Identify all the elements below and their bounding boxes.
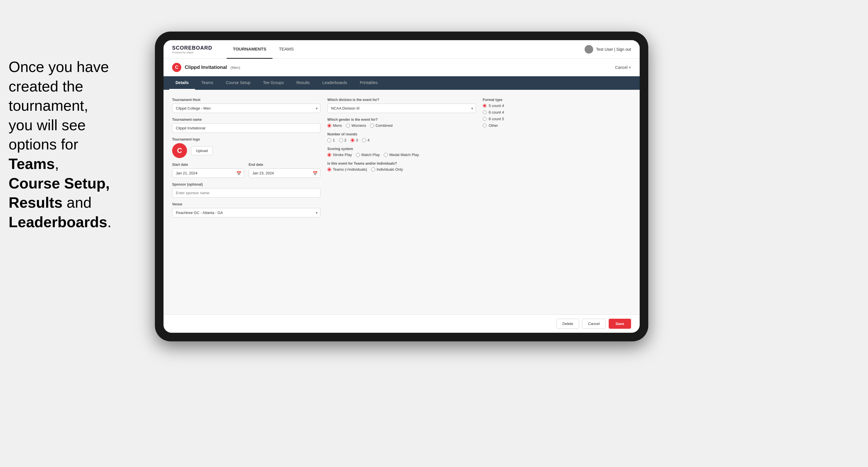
scoring-match[interactable]: Match Play: [356, 153, 380, 157]
start-date-label: Start date: [172, 163, 244, 167]
gender-group: Which gender is the event for? Mens Wome…: [327, 118, 475, 128]
tab-course-setup[interactable]: Course Setup: [219, 76, 257, 90]
round-3-radio[interactable]: [350, 138, 354, 142]
format-radio-group: 5 count 4 6 count 4 6 count 5: [483, 103, 631, 128]
format-group: Format type 5 count 4 6 count 4: [483, 98, 631, 128]
teams-with-individuals[interactable]: Teams (+Individuals): [327, 167, 367, 172]
format-6count5-label: 6 count 5: [489, 117, 504, 121]
end-date-label: End date: [249, 163, 321, 167]
teams-label: Is this event for Teams and/or Individua…: [327, 161, 475, 165]
tab-bar: Details Teams Course Setup Tee Groups Re…: [163, 76, 640, 90]
top-navigation: SCOREBOARD Powered by clippd TOURNAMENTS…: [163, 40, 640, 59]
round-1[interactable]: 1: [327, 138, 335, 142]
sponsor-group: Sponsor (optional): [172, 182, 320, 198]
tab-teams[interactable]: Teams: [195, 76, 219, 90]
tournament-host-select[interactable]: Clippd College - Men: [172, 103, 320, 113]
form-col-3: Format type 5 count 4 6 count 4: [483, 98, 631, 217]
gender-combined-label: Combined: [375, 123, 393, 128]
round-2[interactable]: 2: [339, 138, 346, 142]
tab-results[interactable]: Results: [290, 76, 316, 90]
tournament-header: C Clippd Invitational (Men) Cancel ×: [163, 59, 640, 76]
user-sign-out[interactable]: Test User | Sign out: [596, 47, 631, 52]
sponsor-input[interactable]: [172, 188, 320, 198]
round-4-label: 4: [368, 138, 369, 142]
tournament-logo-group: Tournament logo C Upload: [172, 137, 320, 158]
format-5count4-radio[interactable]: [483, 104, 487, 107]
format-5count4[interactable]: 5 count 4: [483, 103, 631, 108]
gender-womens[interactable]: Womens: [346, 123, 366, 128]
cancel-top-button[interactable]: Cancel ×: [615, 65, 631, 70]
tab-leaderboards[interactable]: Leaderboards: [316, 76, 353, 90]
tournament-name-input[interactable]: [172, 123, 320, 133]
delete-button[interactable]: Delete: [557, 319, 580, 329]
logo-text: SCOREBOARD: [172, 45, 212, 51]
rounds-label: Number of rounds: [327, 132, 475, 136]
nav-teams[interactable]: TEAMS: [273, 40, 300, 59]
scoring-stroke[interactable]: Stroke Play: [327, 153, 352, 157]
format-6count5[interactable]: 6 count 5: [483, 117, 631, 121]
division-select[interactable]: NCAA Division III: [327, 103, 475, 113]
format-6count4-radio[interactable]: [483, 111, 487, 114]
round-4[interactable]: 4: [362, 138, 369, 142]
start-date-input[interactable]: [172, 168, 244, 178]
rounds-radio-group: 1 2 3 4: [327, 138, 475, 142]
teams-group: Is this event for Teams and/or Individua…: [327, 161, 475, 172]
individuals-only[interactable]: Individuals Only: [371, 167, 403, 172]
tablet-device: SCOREBOARD Powered by clippd TOURNAMENTS…: [155, 32, 648, 341]
user-avatar: [585, 45, 593, 54]
scoring-label: Scoring system: [327, 147, 475, 151]
round-4-radio[interactable]: [362, 138, 366, 142]
scoring-stroke-radio[interactable]: [327, 153, 331, 157]
format-6count5-radio[interactable]: [483, 117, 487, 121]
form-grid: Tournament Host Clippd College - Men Tou…: [172, 98, 631, 217]
cancel-button[interactable]: Cancel: [582, 319, 606, 329]
round-3[interactable]: 3: [350, 138, 358, 142]
format-other[interactable]: Other: [483, 123, 631, 128]
end-date-group: End date 📅: [249, 163, 321, 178]
format-6count4[interactable]: 6 count 4: [483, 110, 631, 115]
gender-womens-label: Womens: [351, 123, 366, 128]
gender-combined-radio[interactable]: [370, 124, 374, 128]
venue-group: Venue Peachtree GC - Atlanta - GA: [172, 202, 320, 217]
gender-mens-radio[interactable]: [327, 124, 331, 128]
round-2-label: 2: [344, 138, 346, 142]
tablet-screen: SCOREBOARD Powered by clippd TOURNAMENTS…: [163, 40, 640, 333]
division-group: Which division is the event for? NCAA Di…: [327, 98, 475, 113]
scoring-medal-label: Medal Match Play: [389, 153, 419, 157]
format-other-radio[interactable]: [483, 124, 487, 127]
scoring-medal-radio[interactable]: [384, 153, 388, 157]
round-2-radio[interactable]: [339, 138, 343, 142]
gender-womens-radio[interactable]: [346, 124, 350, 128]
scoring-match-label: Match Play: [362, 153, 380, 157]
teams-with-individuals-radio[interactable]: [327, 167, 331, 172]
tournament-host-select-wrapper: Clippd College - Men: [172, 103, 320, 113]
logo-upload-area: C Upload: [172, 143, 320, 158]
scoring-stroke-label: Stroke Play: [333, 153, 352, 157]
scoring-match-radio[interactable]: [356, 153, 360, 157]
individuals-only-radio[interactable]: [371, 167, 375, 172]
tab-details[interactable]: Details: [169, 76, 195, 90]
nav-tournaments[interactable]: TOURNAMENTS: [227, 40, 273, 59]
sponsor-label: Sponsor (optional): [172, 182, 320, 186]
start-date-group: Start date 📅: [172, 163, 244, 178]
logo-circle: C: [172, 143, 187, 158]
save-button[interactable]: Save: [609, 319, 631, 329]
format-other-label: Other: [489, 123, 498, 128]
teams-radio-group: Teams (+Individuals) Individuals Only: [327, 167, 475, 172]
upload-button[interactable]: Upload: [191, 146, 213, 155]
gender-mens-label: Mens: [333, 123, 342, 128]
end-date-wrapper: 📅: [249, 168, 321, 178]
round-1-radio[interactable]: [327, 138, 331, 142]
tournament-name-label: Tournament name: [172, 118, 320, 122]
format-6count4-label: 6 count 4: [489, 110, 504, 115]
gender-mens[interactable]: Mens: [327, 123, 342, 128]
scoring-medal[interactable]: Medal Match Play: [384, 153, 419, 157]
tab-tee-groups[interactable]: Tee Groups: [257, 76, 290, 90]
venue-select[interactable]: Peachtree GC - Atlanta - GA: [172, 208, 320, 217]
end-date-input[interactable]: [249, 168, 321, 178]
left-annotation: Once you have created the tournament, yo…: [0, 57, 121, 232]
form-col-1: Tournament Host Clippd College - Men Tou…: [172, 98, 320, 217]
gender-combined[interactable]: Combined: [370, 123, 393, 128]
tab-printables[interactable]: Printables: [353, 76, 384, 90]
individuals-only-label: Individuals Only: [377, 167, 403, 172]
